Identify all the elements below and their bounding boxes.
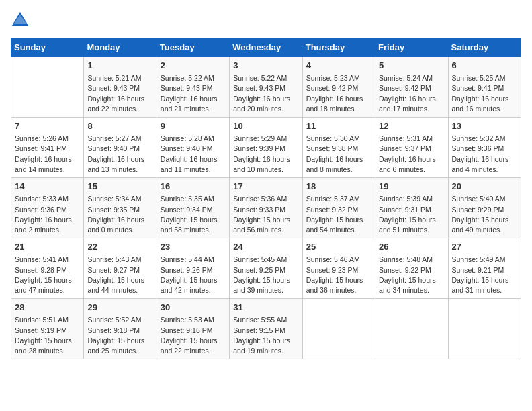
calendar-cell: 18Sunrise: 5:37 AM Sunset: 9:32 PM Dayli…	[302, 178, 375, 238]
day-number: 9	[161, 120, 226, 132]
day-info: Sunrise: 5:53 AM Sunset: 9:16 PM Dayligh…	[161, 315, 226, 356]
calendar-cell: 23Sunrise: 5:44 AM Sunset: 9:26 PM Dayli…	[157, 238, 229, 299]
day-number: 4	[306, 60, 371, 72]
weekday-header: Tuesday	[157, 38, 229, 57]
logo-icon	[11, 11, 30, 30]
weekday-header: Saturday	[448, 38, 521, 57]
calendar-cell: 30Sunrise: 5:53 AM Sunset: 9:16 PM Dayli…	[157, 299, 229, 359]
day-info: Sunrise: 5:48 AM Sunset: 9:22 PM Dayligh…	[379, 255, 444, 295]
day-info: Sunrise: 5:33 AM Sunset: 9:36 PM Dayligh…	[15, 194, 80, 235]
day-info: Sunrise: 5:25 AM Sunset: 9:41 PM Dayligh…	[452, 73, 517, 114]
day-number: 30	[161, 302, 226, 314]
day-info: Sunrise: 5:35 AM Sunset: 9:34 PM Dayligh…	[161, 194, 226, 235]
svg-marker-1	[13, 15, 27, 24]
day-number: 14	[15, 181, 80, 193]
calendar-cell: 2Sunrise: 5:22 AM Sunset: 9:43 PM Daylig…	[157, 57, 229, 118]
day-info: Sunrise: 5:55 AM Sunset: 9:15 PM Dayligh…	[233, 315, 298, 356]
calendar-cell: 6Sunrise: 5:25 AM Sunset: 9:41 PM Daylig…	[448, 57, 521, 118]
calendar-cell: 10Sunrise: 5:29 AM Sunset: 9:39 PM Dayli…	[230, 118, 302, 178]
calendar-cell: 1Sunrise: 5:21 AM Sunset: 9:43 PM Daylig…	[84, 57, 157, 118]
day-number: 12	[379, 120, 444, 132]
day-number: 31	[233, 302, 298, 314]
calendar-cell: 7Sunrise: 5:26 AM Sunset: 9:41 PM Daylig…	[11, 118, 84, 178]
calendar-week-row: 28Sunrise: 5:51 AM Sunset: 9:19 PM Dayli…	[11, 299, 521, 359]
page-header	[11, 11, 521, 30]
calendar-cell: 31Sunrise: 5:55 AM Sunset: 9:15 PM Dayli…	[230, 299, 302, 359]
day-number: 28	[15, 302, 80, 314]
day-info: Sunrise: 5:29 AM Sunset: 9:39 PM Dayligh…	[233, 134, 298, 175]
day-info: Sunrise: 5:32 AM Sunset: 9:36 PM Dayligh…	[452, 134, 517, 175]
day-info: Sunrise: 5:43 AM Sunset: 9:27 PM Dayligh…	[87, 255, 152, 295]
calendar-cell: 22Sunrise: 5:43 AM Sunset: 9:27 PM Dayli…	[84, 238, 157, 299]
calendar-cell	[302, 299, 375, 359]
calendar-cell: 25Sunrise: 5:46 AM Sunset: 9:23 PM Dayli…	[302, 238, 375, 299]
calendar-week-row: 14Sunrise: 5:33 AM Sunset: 9:36 PM Dayli…	[11, 178, 521, 238]
calendar-cell: 3Sunrise: 5:22 AM Sunset: 9:43 PM Daylig…	[230, 57, 302, 118]
calendar-cell: 13Sunrise: 5:32 AM Sunset: 9:36 PM Dayli…	[448, 118, 521, 178]
day-number: 16	[161, 181, 226, 193]
day-number: 8	[87, 120, 152, 132]
day-number: 21	[15, 241, 80, 253]
calendar-cell: 12Sunrise: 5:31 AM Sunset: 9:37 PM Dayli…	[375, 118, 448, 178]
day-number: 3	[233, 60, 298, 72]
weekday-header: Friday	[375, 38, 448, 57]
day-number: 22	[87, 241, 152, 253]
day-info: Sunrise: 5:30 AM Sunset: 9:38 PM Dayligh…	[306, 134, 371, 175]
calendar-cell: 14Sunrise: 5:33 AM Sunset: 9:36 PM Dayli…	[11, 178, 84, 238]
day-number: 7	[15, 120, 80, 132]
calendar-cell: 8Sunrise: 5:27 AM Sunset: 9:40 PM Daylig…	[84, 118, 157, 178]
day-info: Sunrise: 5:27 AM Sunset: 9:40 PM Dayligh…	[87, 134, 152, 175]
day-info: Sunrise: 5:23 AM Sunset: 9:42 PM Dayligh…	[306, 73, 371, 114]
weekday-header: Wednesday	[230, 38, 302, 57]
day-number: 29	[87, 302, 152, 314]
day-number: 10	[233, 120, 298, 132]
weekday-header: Sunday	[11, 38, 84, 57]
calendar-cell: 29Sunrise: 5:52 AM Sunset: 9:18 PM Dayli…	[84, 299, 157, 359]
calendar-week-row: 21Sunrise: 5:41 AM Sunset: 9:28 PM Dayli…	[11, 238, 521, 299]
day-info: Sunrise: 5:41 AM Sunset: 9:28 PM Dayligh…	[15, 255, 80, 295]
calendar-cell: 24Sunrise: 5:45 AM Sunset: 9:25 PM Dayli…	[230, 238, 302, 299]
day-info: Sunrise: 5:52 AM Sunset: 9:18 PM Dayligh…	[87, 315, 152, 356]
day-info: Sunrise: 5:44 AM Sunset: 9:26 PM Dayligh…	[161, 255, 226, 295]
calendar-cell: 9Sunrise: 5:28 AM Sunset: 9:40 PM Daylig…	[157, 118, 229, 178]
calendar-cell	[448, 299, 521, 359]
day-number: 18	[306, 181, 371, 193]
day-info: Sunrise: 5:36 AM Sunset: 9:33 PM Dayligh…	[233, 194, 298, 235]
calendar-cell: 4Sunrise: 5:23 AM Sunset: 9:42 PM Daylig…	[302, 57, 375, 118]
day-info: Sunrise: 5:51 AM Sunset: 9:19 PM Dayligh…	[15, 315, 80, 356]
calendar-cell: 26Sunrise: 5:48 AM Sunset: 9:22 PM Dayli…	[375, 238, 448, 299]
calendar-cell	[375, 299, 448, 359]
calendar-cell: 20Sunrise: 5:40 AM Sunset: 9:29 PM Dayli…	[448, 178, 521, 238]
calendar-cell: 28Sunrise: 5:51 AM Sunset: 9:19 PM Dayli…	[11, 299, 84, 359]
day-info: Sunrise: 5:37 AM Sunset: 9:32 PM Dayligh…	[306, 194, 371, 235]
day-number: 6	[452, 60, 517, 72]
day-info: Sunrise: 5:40 AM Sunset: 9:29 PM Dayligh…	[452, 194, 517, 235]
day-number: 26	[379, 241, 444, 253]
day-number: 24	[233, 241, 298, 253]
calendar-cell	[11, 57, 84, 118]
day-info: Sunrise: 5:22 AM Sunset: 9:43 PM Dayligh…	[233, 73, 298, 114]
day-info: Sunrise: 5:46 AM Sunset: 9:23 PM Dayligh…	[306, 255, 371, 295]
day-info: Sunrise: 5:22 AM Sunset: 9:43 PM Dayligh…	[161, 73, 226, 114]
day-number: 19	[379, 181, 444, 193]
calendar-cell: 15Sunrise: 5:34 AM Sunset: 9:35 PM Dayli…	[84, 178, 157, 238]
day-number: 25	[306, 241, 371, 253]
day-number: 11	[306, 120, 371, 132]
day-number: 2	[161, 60, 226, 72]
calendar-body: 1Sunrise: 5:21 AM Sunset: 9:43 PM Daylig…	[11, 57, 521, 359]
calendar-cell: 19Sunrise: 5:39 AM Sunset: 9:31 PM Dayli…	[375, 178, 448, 238]
day-number: 17	[233, 181, 298, 193]
weekday-row: SundayMondayTuesdayWednesdayThursdayFrid…	[11, 38, 521, 57]
calendar-table: SundayMondayTuesdayWednesdayThursdayFrid…	[11, 38, 521, 359]
day-number: 27	[452, 241, 517, 253]
logo	[11, 11, 32, 30]
calendar-cell: 21Sunrise: 5:41 AM Sunset: 9:28 PM Dayli…	[11, 238, 84, 299]
day-info: Sunrise: 5:49 AM Sunset: 9:21 PM Dayligh…	[452, 255, 517, 295]
calendar-cell: 27Sunrise: 5:49 AM Sunset: 9:21 PM Dayli…	[448, 238, 521, 299]
day-number: 1	[87, 60, 152, 72]
day-info: Sunrise: 5:45 AM Sunset: 9:25 PM Dayligh…	[233, 255, 298, 295]
day-number: 13	[452, 120, 517, 132]
calendar-cell: 5Sunrise: 5:24 AM Sunset: 9:42 PM Daylig…	[375, 57, 448, 118]
day-info: Sunrise: 5:34 AM Sunset: 9:35 PM Dayligh…	[87, 194, 152, 235]
calendar-week-row: 7Sunrise: 5:26 AM Sunset: 9:41 PM Daylig…	[11, 118, 521, 178]
